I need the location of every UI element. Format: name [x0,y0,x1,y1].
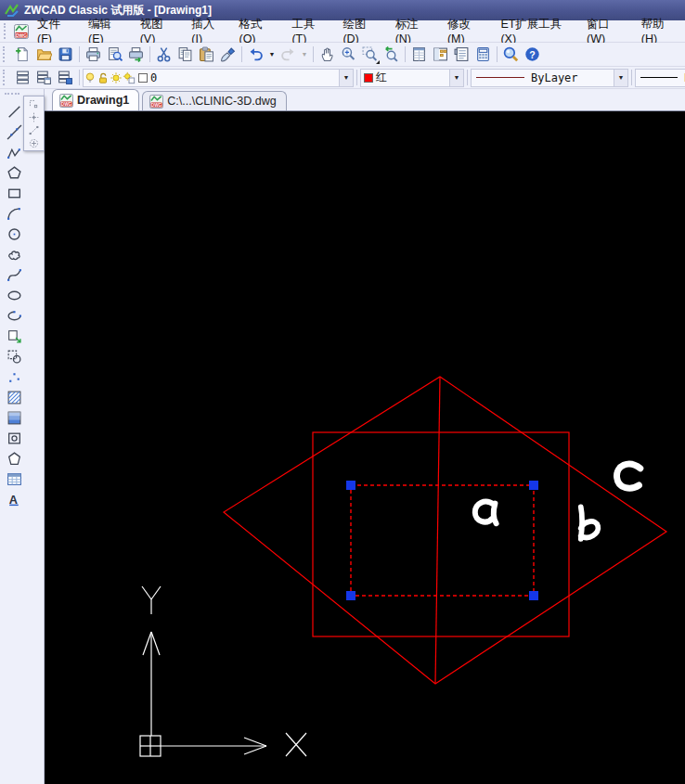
ellipse-arc-button[interactable] [2,305,26,326]
quick-calc-button[interactable] [472,45,494,65]
bulb-icon[interactable] [84,71,97,84]
draw-toolbar-grip[interactable] [5,93,19,96]
region-button[interactable] [2,428,26,448]
current-color-swatch [364,73,373,83]
layer-previous-button[interactable] [55,68,76,88]
pan-button[interactable] [317,45,338,65]
selection-grip[interactable] [529,481,538,490]
square-entity[interactable] [313,432,569,636]
table-button[interactable] [2,469,26,489]
layers-toolbar-grip[interactable] [3,70,8,85]
snap-from-button[interactable] [27,97,41,110]
rectangle-button[interactable] [2,183,26,203]
tab-drawing1[interactable]: DWGDrawing1 [52,89,139,110]
temporary-track-point-button[interactable] [27,110,41,123]
help-button[interactable]: ? [522,45,543,65]
revision-cloud-icon [6,247,22,263]
layer-states-icon [36,70,52,85]
zoom-realtime-button[interactable] [338,45,359,65]
zwcad-window: ZWCAD Classic 试用版 - [Drawing1] DWG 文件(F)… [0,0,685,784]
spline-button[interactable] [2,264,26,285]
vertical-line-entity[interactable] [435,377,440,684]
linetype-combo-arrow[interactable]: ▼ [614,70,627,86]
mid-between-points-icon [28,124,40,136]
standard-toolbar-grip[interactable] [3,46,8,62]
menubar-grip[interactable] [4,23,9,39]
revision-cloud-button[interactable] [2,244,26,264]
polygon-button[interactable] [2,162,26,183]
svg-text:DWG: DWG [61,101,72,106]
ellipse-icon [6,288,22,303]
lineweight-combo[interactable]: By [635,69,685,87]
new-button[interactable] [12,45,33,65]
gradient-button[interactable] [2,407,26,428]
point-filter-button[interactable] [27,136,41,149]
layer-states-button[interactable] [33,68,55,88]
selection-grip[interactable] [529,591,538,600]
zoom-previous-button[interactable] [381,45,402,65]
save-button[interactable] [55,45,76,65]
ucs-icon-line [244,738,266,746]
spline-icon [6,267,22,283]
color-combo[interactable]: 红 ▼ [360,69,464,87]
quick-calc-icon [475,46,491,62]
mtext-button[interactable]: A [2,489,26,509]
tab-clinic-3d[interactable]: DWGC:\...\CLINIC-3D.dwg [142,91,286,110]
selected-rectangle-entity[interactable] [351,485,534,596]
ellipse-arc-icon [6,308,22,324]
layer-manager-button[interactable] [12,68,33,88]
rectangle-icon [6,186,22,201]
document-tab-bar: DWGDrawing1DWGC:\...\CLINIC-3D.dwg [45,89,685,111]
mid-between-points-button[interactable] [27,123,41,136]
design-center-button[interactable] [430,45,451,65]
sun-icon[interactable] [110,71,123,84]
tool-palettes-icon [454,46,470,62]
copy-button[interactable] [174,45,196,65]
arc-button[interactable] [2,203,26,224]
open-button[interactable] [33,45,55,65]
save-icon [58,46,73,62]
print-preview-button[interactable] [104,45,125,65]
selection-grip[interactable] [346,481,355,490]
zoom-window-button[interactable] [359,45,381,65]
match-properties-button[interactable] [217,45,239,65]
lock-icon[interactable] [97,71,110,84]
make-block-icon [6,349,22,365]
paste-button[interactable] [196,45,217,65]
circle-icon [6,226,22,242]
make-block-button[interactable] [2,346,26,366]
undo-button[interactable] [245,45,266,65]
plot-button[interactable] [125,45,147,65]
insert-block-button[interactable] [2,326,26,346]
wipeout-button[interactable] [2,448,26,469]
point-button[interactable] [2,366,26,387]
toolbar-separator [405,46,406,62]
redo-dropdown-arrow[interactable]: ▼ [299,45,310,65]
hatch-button[interactable] [2,387,26,407]
layer-combo-arrow[interactable]: ▼ [339,70,353,86]
app-icon[interactable] [4,3,19,19]
toolbar-separator [79,46,80,62]
linetype-combo[interactable]: ByLayer ▼ [471,69,628,87]
annotation-letter-C [617,464,640,488]
color-combo-arrow[interactable]: ▼ [449,70,463,86]
selection-grip[interactable] [346,591,355,600]
drawing-canvas[interactable] [45,111,685,784]
redo-button[interactable] [278,45,299,65]
tool-palettes-button[interactable] [451,45,472,65]
polyline-icon [6,145,22,161]
cut-button[interactable] [153,45,174,65]
circle-button[interactable] [2,224,26,244]
freeze-icon[interactable] [123,71,136,84]
find-button[interactable] [500,45,522,65]
ucs-icon-line [142,586,151,599]
match-properties-icon [220,46,236,62]
print-button[interactable] [83,45,104,65]
undo-dropdown-arrow[interactable]: ▼ [266,45,278,65]
layer-color-swatch [138,73,148,83]
properties-button[interactable] [408,45,430,65]
ucs-icon-line [151,586,161,599]
snap-from-icon [28,98,40,110]
layer-combo[interactable]: 0 ▼ [83,69,354,87]
ellipse-button[interactable] [2,285,26,305]
